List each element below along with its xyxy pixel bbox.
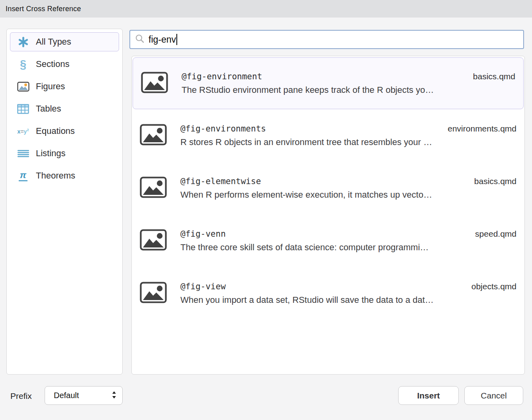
- section-sign-icon: §: [16, 58, 30, 71]
- figure-thumbnail-icon: [141, 72, 168, 95]
- result-file-name: basics.qmd: [473, 72, 515, 81]
- table-icon: [16, 102, 30, 115]
- sidebar-item-label: All Types: [36, 37, 71, 47]
- cross-reference-results-list: @fig-environment basics.qmd The RStudio …: [131, 56, 525, 375]
- result-row-fig-elementwise[interactable]: @fig-elementwise basics.qmd When R perfo…: [132, 162, 524, 214]
- result-row-fig-environments[interactable]: @fig-environments environments.qmd R sto…: [132, 109, 524, 162]
- sidebar-item-theorems[interactable]: π Theorems: [10, 166, 119, 185]
- result-description: The three core skill sets of data scienc…: [180, 242, 516, 253]
- result-file-name: objects.qmd: [471, 282, 516, 291]
- result-description: When you import a data set, RStudio will…: [180, 295, 516, 305]
- type-filter-panel: All Types § Sections Figures Ta: [6, 29, 123, 375]
- result-ref-id: @fig-environments: [180, 124, 266, 133]
- image-icon: [16, 80, 30, 93]
- figure-thumbnail-icon: [140, 124, 167, 147]
- pi-icon: π: [16, 169, 30, 182]
- result-ref-id: @fig-elementwise: [180, 177, 261, 186]
- result-file-name: basics.qmd: [474, 177, 516, 186]
- result-ref-id: @fig-environment: [182, 72, 262, 81]
- result-ref-id: @fig-venn: [180, 229, 226, 239]
- sidebar-item-label: Figures: [36, 81, 65, 92]
- result-ref-id: @fig-view: [180, 282, 226, 291]
- sidebar-item-label: Sections: [36, 59, 69, 69]
- cancel-button[interactable]: Cancel: [464, 386, 523, 405]
- prefix-select[interactable]: Default: [45, 386, 123, 405]
- figure-thumbnail-icon: [140, 177, 167, 200]
- result-file-name: environments.qmd: [448, 124, 516, 133]
- sidebar-item-figures[interactable]: Figures: [10, 77, 119, 96]
- sidebar-item-label: Listings: [36, 148, 66, 159]
- sidebar-item-all-types[interactable]: All Types: [10, 32, 119, 51]
- figure-thumbnail-icon: [140, 282, 167, 305]
- sidebar-item-listings[interactable]: Listings: [10, 144, 119, 163]
- sidebar-item-equations[interactable]: x=y2 Equations: [10, 122, 119, 141]
- insert-button[interactable]: Insert: [398, 386, 459, 405]
- result-description: The RStudio environment pane keeps track…: [182, 85, 515, 95]
- dialog-titlebar: Insert Cross Reference: [0, 0, 532, 18]
- search-query-text: fig-env: [149, 34, 176, 45]
- sidebar-item-label: Equations: [36, 126, 75, 136]
- equation-icon: x=y2: [16, 125, 30, 137]
- result-file-name: speed.qmd: [475, 229, 516, 239]
- dialog-title: Insert Cross Reference: [6, 5, 81, 13]
- prefix-label: Prefix: [10, 391, 32, 401]
- sidebar-item-label: Theorems: [36, 171, 75, 181]
- asterisk-icon: [16, 35, 30, 48]
- search-input[interactable]: fig-env: [129, 30, 524, 49]
- sidebar-item-sections[interactable]: § Sections: [10, 55, 119, 74]
- sidebar-item-tables[interactable]: Tables: [10, 99, 119, 118]
- result-description: R stores R objects in an environment tre…: [180, 137, 516, 147]
- result-description: When R performs element-wise execution, …: [180, 190, 516, 200]
- search-icon: [135, 34, 145, 45]
- result-row-fig-view[interactable]: @fig-view objects.qmd When you import a …: [132, 267, 524, 320]
- result-row-fig-environment[interactable]: @fig-environment basics.qmd The RStudio …: [133, 57, 524, 109]
- lines-icon: [16, 147, 30, 160]
- select-arrows-icon: [111, 390, 117, 401]
- figure-thumbnail-icon: [140, 229, 167, 252]
- sidebar-item-label: Tables: [36, 104, 61, 114]
- result-row-fig-venn[interactable]: @fig-venn speed.qmd The three core skill…: [132, 214, 524, 267]
- text-caret: [176, 34, 177, 45]
- prefix-selected-value: Default: [54, 391, 79, 400]
